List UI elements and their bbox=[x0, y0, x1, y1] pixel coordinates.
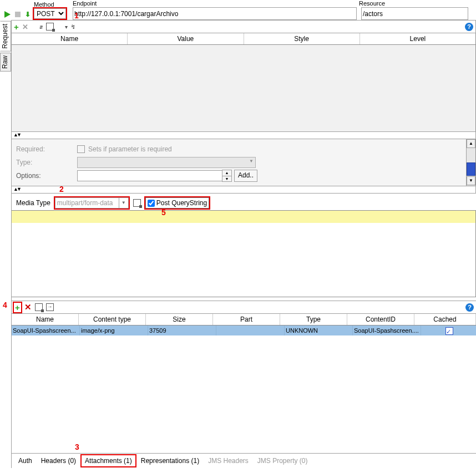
required-label: Required: bbox=[16, 145, 77, 153]
params-header: Name Value Style Level bbox=[12, 33, 476, 45]
export-attachment-icon[interactable]: → bbox=[46, 303, 54, 311]
tab-raw[interactable]: Raw bbox=[0, 53, 11, 72]
tab-jms-property[interactable]: JMS Property (0) bbox=[254, 455, 311, 466]
type-select[interactable] bbox=[77, 157, 256, 168]
scroll-up-icon[interactable]: ▲ bbox=[467, 139, 475, 148]
attachments-body[interactable] bbox=[12, 335, 476, 451]
tab-jms-headers[interactable]: JMS Headers bbox=[205, 455, 252, 466]
tab-request[interactable]: Request bbox=[0, 21, 11, 52]
col-level[interactable]: Level bbox=[360, 33, 475, 44]
reorder-icon[interactable]: ⇵ bbox=[39, 23, 43, 30]
request-top-bar: ⬇ Method POST 1 Endpoint Resource bbox=[0, 0, 476, 20]
attachments-header: Name Content type Size Part Type Content… bbox=[12, 314, 476, 325]
bottom-tabs: Auth Headers (0) Attachments (1) Represe… bbox=[12, 453, 476, 468]
add-param-icon[interactable]: + bbox=[14, 22, 19, 32]
att-cid: SoapUI-Spashscreen.... bbox=[353, 325, 421, 335]
endpoint-label: Endpoint bbox=[73, 0, 357, 7]
help-icon[interactable]: ? bbox=[465, 303, 474, 312]
resize-handle[interactable]: ▲▼ bbox=[12, 131, 476, 139]
stop-icon[interactable] bbox=[15, 12, 21, 17]
callout-2: 2 bbox=[59, 185, 64, 194]
required-checkbox[interactable] bbox=[77, 145, 85, 153]
cached-checkbox[interactable] bbox=[445, 327, 453, 335]
col-att-part[interactable]: Part bbox=[213, 314, 280, 325]
scroll-thumb[interactable] bbox=[467, 162, 475, 176]
request-body-editor[interactable] bbox=[12, 210, 476, 297]
resource-label: Resource bbox=[359, 0, 468, 7]
tab-attachments[interactable]: Attachments (1) bbox=[82, 455, 135, 466]
col-att-size[interactable]: Size bbox=[146, 314, 213, 325]
tab-auth[interactable]: Auth bbox=[15, 455, 36, 466]
attachments-toolbar: + ✕ → ? bbox=[12, 301, 476, 314]
side-tabs: Request Raw bbox=[0, 20, 11, 468]
media-type-row: Media Type multipart/form-data 2 Post Qu… bbox=[12, 194, 476, 210]
add-option-button[interactable]: Add.. bbox=[234, 170, 257, 182]
endpoint-input[interactable] bbox=[73, 7, 357, 20]
attachment-row[interactable]: SoapUI-Spashscreen... image/x-png 37509 … bbox=[12, 325, 476, 335]
help-icon[interactable]: ? bbox=[465, 23, 473, 31]
post-querystring-checkbox[interactable] bbox=[148, 200, 155, 207]
media-type-label: Media Type bbox=[16, 199, 50, 207]
post-querystring-label: Post QueryString bbox=[156, 199, 207, 207]
type-label: Type: bbox=[16, 159, 77, 166]
required-hint: Sets if parameter is required bbox=[88, 145, 172, 153]
tab-representations[interactable]: Representations (1) bbox=[138, 455, 202, 466]
remove-attachment-icon[interactable]: ✕ bbox=[24, 302, 32, 312]
toggle-icon[interactable]: ⬇ bbox=[25, 11, 31, 18]
att-size: 37509 bbox=[148, 325, 216, 335]
expand-body-icon[interactable] bbox=[133, 199, 141, 207]
callout-3: 3 bbox=[75, 443, 79, 451]
method-label: Method bbox=[34, 1, 66, 8]
detail-scrollbar[interactable]: ▲ ▼ bbox=[466, 139, 475, 186]
col-att-name[interactable]: Name bbox=[12, 314, 79, 325]
col-att-cached[interactable]: Cached bbox=[414, 314, 476, 325]
col-name[interactable]: Name bbox=[12, 33, 128, 44]
options-stepper[interactable]: ▲▼ bbox=[222, 170, 232, 182]
scroll-down-icon[interactable]: ▼ bbox=[467, 176, 475, 185]
callout-5: 5 bbox=[161, 208, 166, 217]
expand-attachment-icon[interactable] bbox=[35, 303, 43, 311]
editor-highlight bbox=[12, 211, 475, 223]
add-attachment-icon[interactable]: + bbox=[14, 303, 21, 312]
col-att-ct[interactable]: Content type bbox=[79, 314, 146, 325]
att-name: SoapUI-Spashscreen... bbox=[12, 325, 80, 335]
col-att-type[interactable]: Type bbox=[280, 314, 347, 325]
media-type-select[interactable]: multipart/form-data bbox=[55, 197, 129, 208]
col-style[interactable]: Style bbox=[244, 33, 360, 44]
post-querystring-wrap[interactable]: Post QueryString bbox=[145, 197, 209, 208]
param-detail: Required: Sets if parameter is required … bbox=[12, 139, 476, 186]
run-icon[interactable] bbox=[4, 11, 11, 18]
att-type: UNKNOWN bbox=[285, 325, 353, 335]
att-ct: image/x-png bbox=[80, 325, 148, 335]
tab-headers[interactable]: Headers (0) bbox=[38, 455, 79, 466]
method-select[interactable]: POST bbox=[34, 8, 66, 19]
col-att-cid[interactable]: ContentID bbox=[347, 314, 414, 325]
options-label: Options: bbox=[16, 172, 77, 180]
remove-param-icon[interactable]: ✕ bbox=[22, 23, 28, 31]
sync-icon[interactable]: ↯ bbox=[71, 23, 75, 30]
att-cached[interactable] bbox=[421, 325, 476, 335]
params-body[interactable] bbox=[12, 45, 476, 131]
resource-input[interactable] bbox=[361, 7, 468, 20]
col-value[interactable]: Value bbox=[128, 33, 244, 44]
expand-params-icon[interactable] bbox=[46, 23, 54, 30]
callout-1: 1 bbox=[74, 11, 79, 20]
resize-handle-2[interactable]: ▲▼ bbox=[12, 186, 476, 194]
params-toolbar: + ✕ ⇵ ▾ ↯ ? bbox=[12, 20, 476, 33]
att-part bbox=[216, 325, 285, 335]
options-input[interactable] bbox=[77, 170, 222, 181]
chevron-down-icon[interactable]: ▾ bbox=[65, 24, 68, 30]
